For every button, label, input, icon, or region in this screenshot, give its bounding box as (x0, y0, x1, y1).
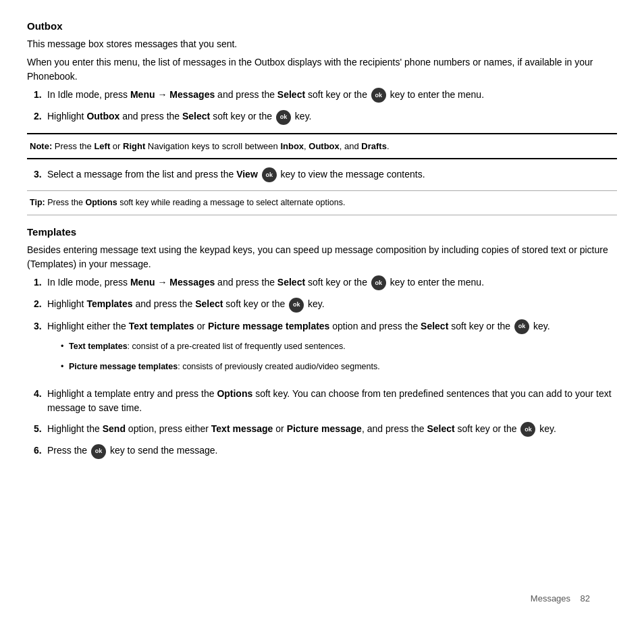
picture-templates-bold: Picture message templates (208, 321, 330, 331)
t-step1-content: In Idle mode, press Menu → Messages and … (47, 275, 617, 290)
templates-steps: 1. In Idle mode, press Menu → Messages a… (27, 275, 617, 458)
outbox-section: Outbox This message box stores messages … (27, 20, 617, 125)
outbox-step1-content: In Idle mode, press Menu → Messages and … (47, 88, 617, 103)
right-bold: Right (123, 141, 145, 151)
t-ok-button-3: ok (514, 319, 529, 334)
select-bold: Select (277, 89, 305, 100)
t-select-bold-3: Select (421, 321, 448, 331)
step-num-1: 1. (27, 88, 47, 103)
view-bold: View (236, 169, 258, 180)
select-bold-2: Select (182, 111, 210, 122)
t-step-num-3: 3. (27, 319, 47, 380)
templates-step-4: 4. Highlight a template entry and press … (27, 387, 617, 415)
outbox-step-2: 2. Highlight Outbox and press the Select… (27, 109, 617, 124)
templates-step-2: 2. Highlight Templates and press the Sel… (27, 297, 617, 312)
templates-title: Templates (27, 226, 617, 238)
inbox-bold: Inbox (280, 141, 304, 151)
page-wrapper: Outbox This message box stores messages … (27, 20, 617, 624)
text-templates-bullet-bold: Text templates (69, 340, 128, 353)
t-step5-content: Highlight the Send option, press either … (47, 422, 617, 437)
outbox-steps: 1. In Idle mode, press Menu → Messages a… (27, 88, 617, 125)
footer-page: 82 (581, 593, 590, 603)
t-step3-content: Highlight either the Text templates or P… (47, 319, 617, 380)
t-select-bold: Select (277, 277, 305, 288)
templates-step-3: 3. Highlight either the Text templates o… (27, 319, 617, 380)
t-menu-bold: Menu (130, 277, 155, 288)
t-select-bold-2: Select (195, 298, 223, 309)
footer: Messages 82 (531, 593, 590, 603)
t-step4-content: Highlight a template entry and press the… (47, 387, 617, 415)
outbox-step2-content: Highlight Outbox and press the Select so… (47, 109, 617, 124)
t-step-num-2: 2. (27, 297, 47, 312)
messages-bold: Messages (169, 89, 215, 100)
templates-step-6: 6. Press the ok key to send the message. (27, 444, 617, 458)
step-num-3: 3. (27, 167, 47, 182)
templates-bold: Templates (86, 298, 132, 309)
t-ok-button-2: ok (289, 298, 304, 313)
bullet-text-templates: Text templates: consist of a pre-created… (61, 340, 617, 353)
outbox-bold: Outbox (86, 111, 119, 122)
options-bold-4: Options (217, 388, 252, 399)
templates-bullets: Text templates: consist of a pre-created… (61, 340, 617, 373)
t-ok-button-5: ok (520, 422, 535, 437)
outbox-intro2: When you enter this menu, the list of me… (27, 55, 617, 84)
bullet-picture-templates: Picture message templates: consists of p… (61, 360, 617, 373)
ok-button-3: ok (262, 167, 277, 182)
step3-content: Select a message from the list and press… (47, 167, 617, 182)
t-messages-bold: Messages (169, 277, 215, 288)
step-3: 3. Select a message from the list and pr… (27, 167, 617, 182)
step-num-2: 2. (27, 109, 47, 124)
picture-templates-bullet-bold: Picture message templates (69, 360, 178, 373)
t-step-num-6: 6. (27, 444, 47, 458)
drafts-bold: Drafts (361, 141, 387, 151)
templates-step-5: 5. Highlight the Send option, press eith… (27, 422, 617, 437)
left-bold: Left (94, 141, 110, 151)
t-step6-content: Press the ok key to send the message. (47, 444, 617, 458)
note-text: Press the Left or Right Navigation keys … (55, 141, 390, 151)
t-step-num-1: 1. (27, 275, 47, 290)
t-ok-button-6: ok (91, 444, 106, 459)
tip-box: Tip: Press the Options soft key while re… (27, 190, 617, 215)
tip-text: Press the Options soft key while reading… (47, 198, 345, 207)
t-step2-content: Highlight Templates and press the Select… (47, 297, 617, 312)
t-step-num-4: 4. (27, 387, 47, 415)
tip-label: Tip: (30, 198, 45, 207)
footer-label: Messages (531, 593, 570, 603)
ok-button-1: ok (371, 88, 386, 103)
step3-list: 3. Select a message from the list and pr… (27, 167, 617, 182)
outbox-step-1: 1. In Idle mode, press Menu → Messages a… (27, 88, 617, 103)
templates-step-1: 1. In Idle mode, press Menu → Messages a… (27, 275, 617, 290)
outbox-title: Outbox (27, 20, 617, 32)
menu-bold: Menu (130, 89, 155, 100)
note-box: Note: Press the Left or Right Navigation… (27, 133, 617, 160)
text-message-bold: Text message (211, 423, 273, 434)
text-templates-bold: Text templates (129, 321, 194, 331)
options-bold-tip: Options (85, 198, 117, 207)
outbox-bold-note: Outbox (308, 141, 340, 151)
templates-intro: Besides entering message text using the … (27, 243, 617, 271)
templates-section: Templates Besides entering message text … (27, 226, 617, 458)
outbox-intro1: This message box stores messages that yo… (27, 37, 617, 51)
send-bold: Send (103, 423, 126, 434)
ok-button-2: ok (276, 110, 291, 125)
t-select-bold-5: Select (427, 423, 454, 434)
t-ok-button-1: ok (371, 275, 386, 290)
note-label: Note: (30, 141, 52, 151)
t-step-num-5: 5. (27, 422, 47, 437)
picture-message-bold: Picture message (287, 423, 362, 434)
